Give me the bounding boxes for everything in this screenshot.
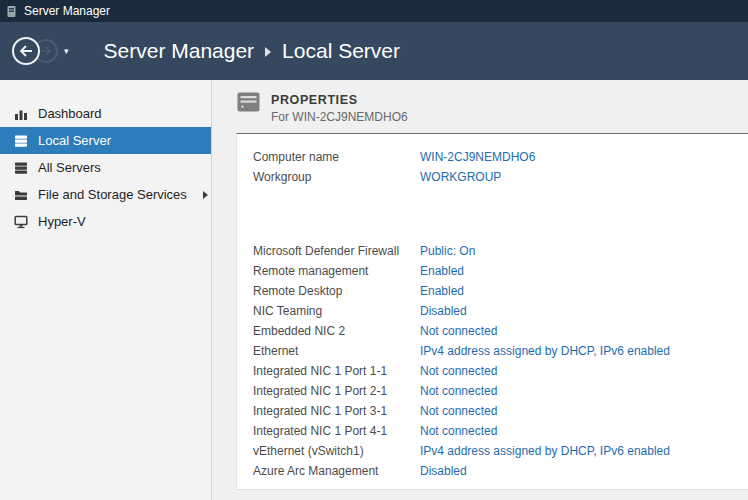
sidebar-item-label: File and Storage Services	[38, 187, 187, 202]
property-label: Azure Arc Management	[253, 464, 420, 478]
property-value-link[interactable]: Not connected	[420, 364, 497, 378]
breadcrumb-separator-icon	[265, 47, 271, 57]
server-icon	[13, 134, 29, 148]
property-value-link[interactable]: Enabled	[420, 264, 464, 278]
properties-tile-header: PROPERTIES For WIN-2CJ9NEMDHO6	[212, 80, 748, 124]
property-row: vEthernet (vSwitch1) IPv4 address assign…	[237, 441, 748, 461]
property-label: vEthernet (vSwitch1)	[253, 444, 420, 458]
property-label: Embedded NIC 2	[253, 324, 420, 338]
property-row: NIC Teaming Disabled	[237, 301, 748, 321]
main-content: PROPERTIES For WIN-2CJ9NEMDHO6 Computer …	[212, 80, 748, 500]
property-row: Integrated NIC 1 Port 4-1 Not connected	[237, 421, 748, 441]
hyperv-monitor-icon	[13, 215, 29, 229]
sidebar-item-hyper-v[interactable]: Hyper-V	[0, 208, 211, 235]
window-title: Server Manager	[24, 4, 110, 18]
property-value-link[interactable]: Not connected	[420, 404, 497, 418]
sidebar: Dashboard Local Server	[0, 80, 212, 500]
property-row: Remote management Enabled	[237, 261, 748, 281]
back-button[interactable]	[12, 37, 40, 65]
property-value-link[interactable]: Disabled	[420, 304, 467, 318]
property-label: Remote Desktop	[253, 284, 420, 298]
property-label: Microsoft Defender Firewall	[253, 244, 420, 258]
property-value-link[interactable]: IPv4 address assigned by DHCP, IPv6 enab…	[420, 444, 670, 458]
property-value-link[interactable]: Public: On	[420, 244, 475, 258]
property-label: Integrated NIC 1 Port 4-1	[253, 424, 420, 438]
sidebar-item-label: Local Server	[38, 133, 111, 148]
nav-header: ▾ Server Manager Local Server	[0, 22, 748, 80]
property-value-link[interactable]: Not connected	[420, 384, 497, 398]
servers-icon	[13, 161, 29, 175]
properties-tile-icon	[237, 92, 260, 112]
property-value-link[interactable]: IPv4 address assigned by DHCP, IPv6 enab…	[420, 344, 670, 358]
property-label: Integrated NIC 1 Port 3-1	[253, 404, 420, 418]
property-label: Integrated NIC 1 Port 2-1	[253, 384, 420, 398]
breadcrumb-current[interactable]: Local Server	[282, 39, 400, 63]
property-label: NIC Teaming	[253, 304, 420, 318]
storage-icon	[13, 188, 29, 202]
property-row: Workgroup WORKGROUP	[237, 167, 748, 187]
property-row: Remote Desktop Enabled	[237, 281, 748, 301]
property-value-link[interactable]: WORKGROUP	[420, 170, 501, 184]
breadcrumb: Server Manager Local Server	[104, 39, 400, 63]
property-label: Workgroup	[253, 170, 420, 184]
property-row: Integrated NIC 1 Port 2-1 Not connected	[237, 381, 748, 401]
property-row: Embedded NIC 2 Not connected	[237, 321, 748, 341]
property-label: Ethernet	[253, 344, 420, 358]
properties-tile-titles: PROPERTIES For WIN-2CJ9NEMDHO6	[271, 91, 408, 124]
identity-rows-group: Computer name WIN-2CJ9NEMDHO6 Workgroup …	[237, 134, 748, 187]
properties-subtitle: For WIN-2CJ9NEMDHO6	[271, 110, 408, 124]
property-row: Integrated NIC 1 Port 1-1 Not connected	[237, 361, 748, 381]
property-label: Computer name	[253, 150, 420, 164]
properties-panel: Computer name WIN-2CJ9NEMDHO6 Workgroup …	[236, 133, 748, 490]
chevron-right-icon	[203, 191, 208, 199]
titlebar: Server Manager	[0, 0, 748, 22]
sidebar-item-dashboard[interactable]: Dashboard	[0, 100, 211, 127]
property-label: Remote management	[253, 264, 420, 278]
server-manager-app-icon	[5, 5, 18, 18]
property-value-link[interactable]: Disabled	[420, 464, 467, 478]
sidebar-item-all-servers[interactable]: All Servers	[0, 154, 211, 181]
property-value-link[interactable]: Not connected	[420, 324, 497, 338]
property-row: Azure Arc Management Disabled	[237, 461, 748, 481]
properties-title: PROPERTIES	[271, 91, 408, 107]
property-row: Computer name WIN-2CJ9NEMDHO6	[237, 147, 748, 167]
property-value-link[interactable]: Enabled	[420, 284, 464, 298]
nav-buttons: ▾	[12, 37, 69, 65]
status-rows-group: Microsoft Defender Firewall Public: On R…	[237, 241, 748, 481]
server-manager-window: Server Manager ▾ Server Manager Local Se…	[0, 0, 748, 500]
property-row: Integrated NIC 1 Port 3-1 Not connected	[237, 401, 748, 421]
body: Dashboard Local Server	[0, 80, 748, 500]
breadcrumb-root[interactable]: Server Manager	[104, 39, 255, 63]
sidebar-item-local-server[interactable]: Local Server	[0, 127, 211, 154]
sidebar-item-file-storage-services[interactable]: File and Storage Services	[0, 181, 211, 208]
sidebar-item-label: All Servers	[38, 160, 101, 175]
property-row: Ethernet IPv4 address assigned by DHCP, …	[237, 341, 748, 361]
sidebar-item-label: Hyper-V	[38, 214, 86, 229]
dashboard-icon	[13, 107, 29, 121]
property-label: Integrated NIC 1 Port 1-1	[253, 364, 420, 378]
nav-dropdown-caret-icon[interactable]: ▾	[64, 46, 69, 56]
property-row: Microsoft Defender Firewall Public: On	[237, 241, 748, 261]
sidebar-item-label: Dashboard	[38, 106, 102, 121]
property-value-link[interactable]: Not connected	[420, 424, 497, 438]
property-value-link[interactable]: WIN-2CJ9NEMDHO6	[420, 150, 535, 164]
